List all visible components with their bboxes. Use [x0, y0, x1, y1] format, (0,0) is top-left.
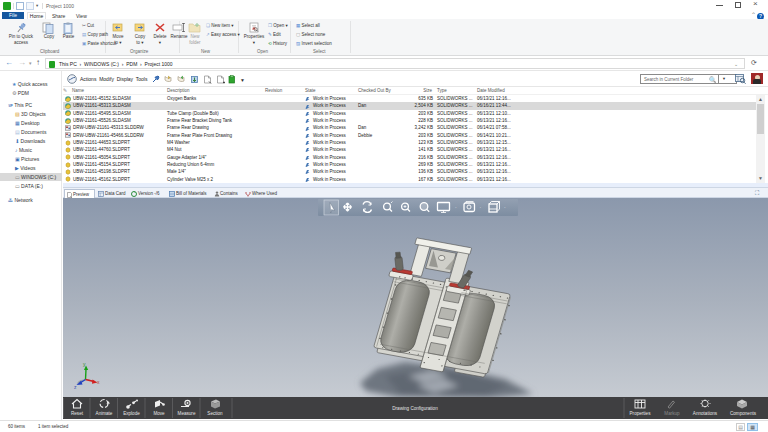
svg-text:Animate: Animate: [96, 411, 113, 416]
svg-text:z: z: [74, 384, 77, 390]
svg-text:Measure: Measure: [178, 411, 196, 416]
svg-text:Move: Move: [153, 411, 165, 416]
svg-text:Drawing Configuration: Drawing Configuration: [392, 406, 438, 411]
svg-text:·: ·: [455, 204, 457, 210]
svg-text:x: x: [97, 379, 100, 385]
svg-text:·: ·: [480, 204, 482, 210]
svg-text:Properties: Properties: [630, 411, 652, 416]
svg-text:Reset: Reset: [71, 411, 84, 416]
svg-text:·: ·: [504, 204, 506, 210]
svg-text:Explode: Explode: [123, 411, 140, 416]
svg-text:Markup: Markup: [664, 411, 680, 416]
svg-text:Components: Components: [730, 411, 757, 416]
svg-text:Annotations: Annotations: [693, 411, 718, 416]
svg-text:Section: Section: [207, 411, 223, 416]
svg-text:y: y: [83, 361, 86, 367]
